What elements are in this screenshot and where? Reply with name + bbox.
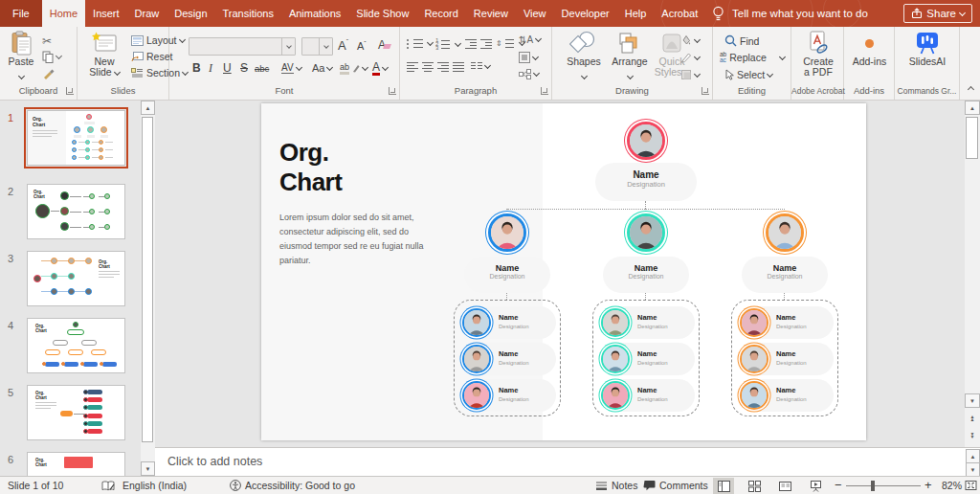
shape-fill-button[interactable]: [680, 34, 700, 46]
tab-slide-show[interactable]: Slide Show: [348, 0, 416, 27]
decrease-indent-button[interactable]: [465, 38, 477, 49]
scroll-up-button[interactable]: ▲: [965, 101, 980, 115]
normal-view-button[interactable]: [713, 478, 734, 494]
font-size-combo[interactable]: [301, 37, 333, 56]
scroll-up-button[interactable]: ▲: [141, 101, 155, 115]
notes-toggle-button[interactable]: Notes: [595, 480, 637, 491]
increase-indent-button[interactable]: [480, 38, 492, 49]
tab-design[interactable]: Design: [167, 0, 214, 27]
shapes-button[interactable]: Shapes: [563, 30, 605, 81]
org-member-photo[interactable]: [740, 345, 768, 373]
org-member-card-3-3[interactable]: NameDesignation: [738, 379, 834, 412]
clear-formatting-button[interactable]: A: [378, 38, 390, 52]
org-member-card-2-2[interactable]: NameDesignation: [599, 343, 695, 375]
align-text-button[interactable]: [519, 52, 538, 63]
collapse-ribbon-button[interactable]: [968, 86, 974, 93]
highlight-button[interactable]: ab: [340, 62, 368, 75]
format-painter-button[interactable]: [42, 67, 55, 79]
slide-canvas[interactable]: Org.Chart Lorem ipsum dolor sed do sit a…: [261, 103, 866, 440]
panel-scrollbar[interactable]: ▲ ▼: [141, 101, 155, 476]
tab-draw[interactable]: Draw: [127, 0, 167, 27]
tab-help[interactable]: Help: [617, 0, 655, 27]
scroll-down-button[interactable]: ▼: [141, 461, 155, 476]
bold-button[interactable]: B: [192, 61, 201, 75]
justify-button[interactable]: [453, 61, 464, 72]
bullets-button[interactable]: [407, 38, 433, 49]
slide-thumbnail-1[interactable]: Org.Chart: [27, 110, 125, 166]
share-button[interactable]: Share: [903, 4, 972, 23]
create-pdf-button[interactable]: Create a PDF: [797, 30, 839, 78]
tab-file[interactable]: File: [0, 0, 42, 27]
tab-view[interactable]: View: [516, 0, 554, 27]
strikethrough-button[interactable]: S: [240, 61, 248, 75]
replace-button[interactable]: abac Replace: [720, 52, 767, 63]
italic-button[interactable]: I: [209, 61, 212, 76]
decrease-font-button[interactable]: Aˇ: [357, 40, 367, 52]
convert-smartart-button[interactable]: [519, 69, 539, 79]
align-center-button[interactable]: [422, 61, 434, 72]
tab-transitions[interactable]: Transitions: [215, 0, 281, 27]
slideshow-view-button[interactable]: [805, 478, 826, 494]
arrange-button[interactable]: Arrange: [608, 30, 652, 81]
org-member-card-3-2[interactable]: NameDesignation: [738, 343, 834, 375]
tab-review[interactable]: Review: [466, 0, 516, 27]
slide-sorter-view-button[interactable]: [744, 478, 765, 494]
notes-scrollbar[interactable]: ▲ ▼: [966, 449, 980, 477]
clipboard-launcher[interactable]: [66, 87, 74, 95]
copy-button[interactable]: [42, 51, 61, 63]
font-name-combo[interactable]: [189, 37, 296, 56]
align-left-button[interactable]: [407, 61, 418, 72]
slide-thumbnail-4[interactable]: Org.Chart: [27, 318, 125, 373]
main-scrollbar[interactable]: ▲ ▼ ▲▲ ▼▼: [965, 101, 980, 447]
paste-button[interactable]: Paste: [2, 30, 40, 81]
org-member-photo[interactable]: [601, 345, 630, 373]
org-member-card-2-3[interactable]: NameDesignation: [599, 379, 695, 412]
previous-slide-button[interactable]: ▲▲: [965, 411, 980, 425]
underline-button[interactable]: U: [223, 61, 232, 75]
new-slide-button[interactable]: New Slide: [83, 30, 125, 78]
fit-to-window-icon[interactable]: [965, 480, 977, 491]
tab-developer[interactable]: Developer: [554, 0, 617, 27]
org-member-card-1-2[interactable]: NameDesignation: [460, 343, 556, 375]
scroll-up-button[interactable]: ▲: [966, 449, 980, 463]
tab-record[interactable]: Record: [416, 0, 465, 27]
org-root-card[interactable]: NameDesignation: [595, 163, 697, 201]
font-color-button[interactable]: A: [372, 61, 388, 76]
org-member-card-3-1[interactable]: NameDesignation: [738, 306, 834, 339]
slide-thumbnail-6[interactable]: Org.Chart: [27, 452, 125, 476]
drawing-launcher[interactable]: [702, 87, 709, 95]
zoom-slider-track[interactable]: [846, 485, 921, 486]
slide-thumbnail-5[interactable]: Org.Chart: [27, 385, 125, 440]
org-manager-card-3[interactable]: NameDesignation: [742, 257, 828, 293]
font-launcher[interactable]: [389, 87, 396, 95]
org-member-card-1-1[interactable]: NameDesignation: [460, 306, 556, 339]
scroll-down-button[interactable]: ▼: [965, 393, 980, 408]
zoom-out-button[interactable]: −: [835, 478, 842, 492]
org-manager-card-1[interactable]: NameDesignation: [464, 257, 550, 293]
cut-button[interactable]: ✂: [42, 34, 52, 48]
org-member-photo[interactable]: [462, 308, 491, 337]
slide-thumbnail-2[interactable]: Org.Chart: [27, 184, 125, 239]
shape-outline-button[interactable]: [680, 52, 700, 63]
strikethrough-abc-button[interactable]: abc: [255, 63, 269, 74]
zoom-in-button[interactable]: +: [924, 478, 932, 492]
tell-me-box[interactable]: Tell me what you want to do: [712, 0, 868, 27]
slidesai-button[interactable]: SlidesAI: [904, 30, 950, 67]
panel-scrollbar-thumb[interactable]: [142, 117, 153, 442]
columns-button[interactable]: [471, 61, 490, 72]
next-slide-button[interactable]: ▼▼: [965, 428, 980, 442]
reset-button[interactable]: Reset: [131, 51, 172, 62]
org-manager-photo-3[interactable]: [766, 213, 804, 252]
main-scrollbar-thumb[interactable]: [966, 117, 978, 159]
org-member-photo[interactable]: [740, 381, 768, 410]
org-manager-card-2[interactable]: NameDesignation: [603, 257, 689, 293]
notes-pane[interactable]: Click to add notes ▲ ▼: [155, 447, 980, 476]
numbering-button[interactable]: 123: [435, 38, 460, 50]
org-member-photo[interactable]: [601, 308, 630, 337]
org-manager-photo-1[interactable]: [488, 213, 526, 252]
org-manager-photo-2[interactable]: [627, 213, 665, 252]
spellcheck-icon[interactable]: [101, 481, 115, 492]
org-member-photo[interactable]: [740, 308, 768, 337]
change-case-button[interactable]: Aa: [312, 62, 332, 74]
org-member-photo[interactable]: [462, 345, 491, 373]
